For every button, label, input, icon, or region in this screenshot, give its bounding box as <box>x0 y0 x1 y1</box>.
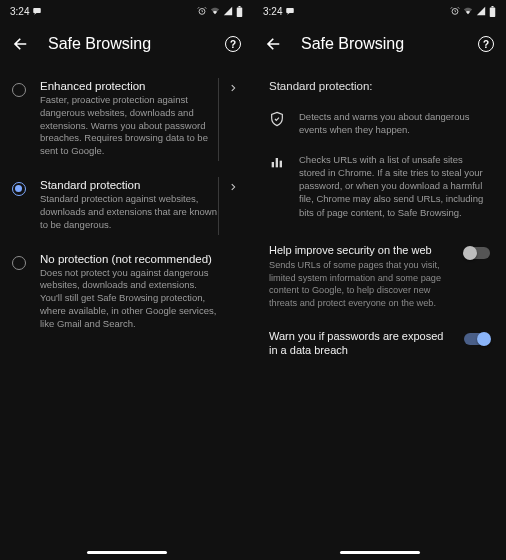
wifi-bar-icon <box>463 6 473 16</box>
home-pill[interactable] <box>340 551 420 554</box>
home-pill[interactable] <box>87 551 167 554</box>
page-title: Safe Browsing <box>48 35 207 53</box>
svg-rect-6 <box>490 7 496 17</box>
info-detects: Detects and warns you about dangerous ev… <box>265 104 494 147</box>
status-time: 3:24 <box>263 6 282 17</box>
setting-improve-security[interactable]: Help improve security on the web Sends U… <box>265 229 494 315</box>
nav-bar <box>0 544 253 560</box>
status-time: 3:24 <box>10 6 29 17</box>
app-bar: Safe Browsing ? <box>0 22 253 66</box>
setting-improve-title: Help improve security on the web <box>269 243 454 257</box>
svg-rect-3 <box>238 6 240 7</box>
status-bar: 3:24 <box>253 0 506 22</box>
alarm-icon <box>197 6 207 16</box>
screen-right: 3:24 Safe Browsing ? Standard protection… <box>253 0 506 560</box>
setting-breach-title: Warn you if passwords are exposed in a d… <box>269 329 454 358</box>
wifi-bar-icon <box>210 6 220 16</box>
option-enhanced-title: Enhanced protection <box>40 80 219 92</box>
option-enhanced[interactable]: Enhanced protection Faster, proactive pr… <box>12 70 241 169</box>
info-checks: Checks URLs with a list of unsafe sites … <box>265 147 494 229</box>
setting-improve-desc: Sends URLs of some pages that you visit,… <box>269 259 454 309</box>
chevron-right-icon[interactable] <box>225 182 241 192</box>
option-standard-desc: Standard protection against websites, do… <box>40 193 219 231</box>
message-icon <box>32 6 42 16</box>
battery-icon <box>236 6 243 17</box>
signal-icon <box>476 6 486 16</box>
help-icon[interactable]: ? <box>225 36 241 52</box>
bar-chart-icon <box>269 154 285 174</box>
radio-enhanced[interactable] <box>12 83 26 97</box>
radio-none[interactable] <box>12 256 26 270</box>
toggle-improve-security[interactable] <box>464 247 490 259</box>
screen-left: 3:24 Safe Browsing ? Enhanced protection… <box>0 0 253 560</box>
status-bar: 3:24 <box>0 0 253 22</box>
help-icon[interactable]: ? <box>478 36 494 52</box>
back-icon[interactable] <box>12 35 30 53</box>
toggle-password-breach[interactable] <box>464 333 490 345</box>
setting-password-breach[interactable]: Warn you if passwords are exposed in a d… <box>265 315 494 366</box>
svg-rect-0 <box>34 8 42 13</box>
radio-standard[interactable] <box>12 182 26 196</box>
chevron-right-icon[interactable] <box>225 83 241 93</box>
app-bar: Safe Browsing ? <box>253 22 506 66</box>
section-heading: Standard protection: <box>265 70 494 104</box>
battery-icon <box>489 6 496 17</box>
svg-rect-8 <box>272 162 274 167</box>
page-title: Safe Browsing <box>301 35 460 53</box>
option-enhanced-desc: Faster, proactive protection against dan… <box>40 94 219 158</box>
svg-rect-10 <box>280 160 282 167</box>
options-list: Enhanced protection Faster, proactive pr… <box>0 66 253 544</box>
nav-bar <box>253 544 506 560</box>
message-icon <box>285 6 295 16</box>
shield-icon <box>269 111 285 131</box>
info-detects-text: Detects and warns you about dangerous ev… <box>299 110 490 137</box>
option-standard[interactable]: Standard protection Standard protection … <box>12 169 241 242</box>
option-standard-title: Standard protection <box>40 179 219 191</box>
signal-icon <box>223 6 233 16</box>
svg-rect-7 <box>491 6 493 7</box>
svg-rect-4 <box>287 8 295 13</box>
back-icon[interactable] <box>265 35 283 53</box>
standard-detail: Standard protection: Detects and warns y… <box>253 66 506 544</box>
alarm-icon <box>450 6 460 16</box>
option-none-title: No protection (not recommended) <box>40 253 219 265</box>
option-none-desc: Does not protect you against dangerous w… <box>40 267 219 331</box>
svg-rect-9 <box>276 158 278 167</box>
option-none[interactable]: No protection (not recommended) Does not… <box>12 243 241 342</box>
svg-rect-2 <box>237 7 243 17</box>
info-checks-text: Checks URLs with a list of unsafe sites … <box>299 153 490 219</box>
